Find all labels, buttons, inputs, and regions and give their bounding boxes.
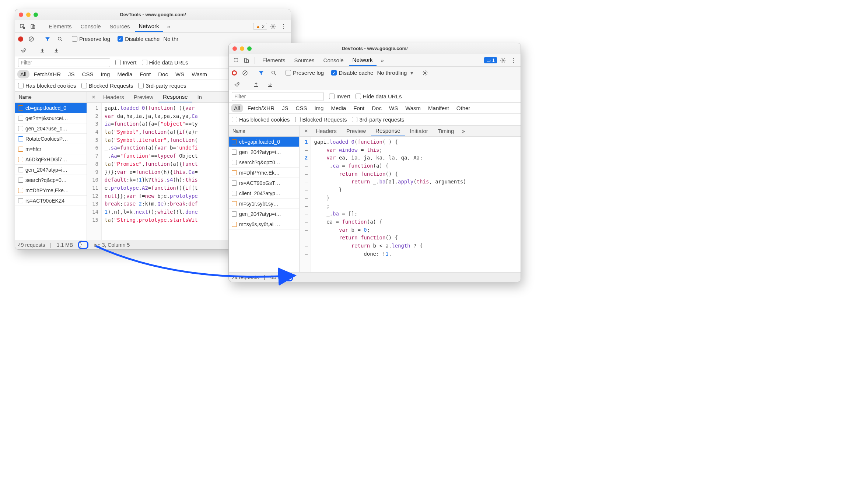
blocked-cookies-checkbox[interactable]: Has blocked cookies bbox=[18, 83, 76, 89]
tab-headers[interactable]: Headers bbox=[311, 126, 341, 136]
filter-icon[interactable] bbox=[43, 35, 52, 43]
type-pill-fetchxhr[interactable]: Fetch/XHR bbox=[245, 104, 277, 112]
pretty-print-button[interactable]: { } bbox=[283, 273, 293, 281]
type-pill-fetchxhr[interactable]: Fetch/XHR bbox=[31, 70, 64, 78]
tab-network[interactable]: Network bbox=[349, 55, 377, 66]
tab-headers[interactable]: Headers bbox=[99, 92, 129, 102]
request-row[interactable]: gen_204?use_c… bbox=[15, 123, 87, 134]
request-row[interactable]: search?q&cp=0… bbox=[229, 157, 299, 168]
blocked-cookies-checkbox[interactable]: Has blocked cookies bbox=[232, 116, 290, 123]
request-row[interactable]: search?q&cp=0… bbox=[15, 175, 87, 185]
more-tabs-icon[interactable]: » bbox=[378, 56, 387, 65]
disable-cache-checkbox[interactable]: ✓Disable cache bbox=[331, 70, 373, 76]
type-pill-css[interactable]: CSS bbox=[293, 104, 310, 112]
hide-dataurls-checkbox[interactable]: Hide data URLs bbox=[356, 93, 402, 99]
code-viewer[interactable]: 1 – 2 – – – – – – – – – – – – gapi.loade… bbox=[300, 137, 521, 272]
type-pill-wasm[interactable]: Wasm bbox=[189, 70, 210, 78]
clear-icon[interactable] bbox=[241, 69, 249, 77]
minimize-icon[interactable] bbox=[26, 13, 31, 17]
request-row[interactable]: A6DkqFxHDGl7… bbox=[15, 154, 87, 165]
pretty-print-button[interactable]: { } bbox=[78, 241, 88, 249]
tab-network[interactable]: Network bbox=[135, 21, 163, 32]
throttling-label[interactable]: No thr bbox=[163, 36, 178, 42]
network-conditions-icon[interactable] bbox=[232, 80, 241, 89]
request-row[interactable]: rs=ACT90oEKZ4 bbox=[15, 196, 87, 206]
hide-dataurls-checkbox[interactable]: Hide data URLs bbox=[142, 59, 188, 66]
inspect-icon[interactable] bbox=[18, 22, 27, 31]
tab-sources[interactable]: Sources bbox=[291, 55, 318, 66]
upload-icon[interactable] bbox=[38, 46, 47, 55]
type-pill-media[interactable]: Media bbox=[328, 104, 349, 112]
tab-initiator[interactable]: Initiator bbox=[406, 126, 433, 136]
invert-checkbox[interactable]: Invert bbox=[115, 59, 137, 66]
preserve-log-checkbox[interactable]: Preserve log bbox=[72, 36, 110, 42]
tab-timing[interactable]: Timing bbox=[433, 126, 458, 136]
type-pill-img[interactable]: Img bbox=[98, 70, 113, 78]
clear-icon[interactable] bbox=[27, 35, 36, 43]
record-icon[interactable] bbox=[18, 36, 23, 42]
tab-response[interactable]: Response bbox=[371, 126, 405, 136]
name-column-header[interactable]: Name bbox=[15, 92, 87, 103]
inspect-icon[interactable] bbox=[232, 56, 241, 65]
tab-initiator[interactable]: In bbox=[193, 92, 207, 102]
type-pill-wasm[interactable]: Wasm bbox=[402, 104, 424, 112]
type-pill-css[interactable]: CSS bbox=[79, 70, 97, 78]
tab-preview[interactable]: Preview bbox=[129, 92, 158, 102]
download-icon[interactable] bbox=[52, 46, 61, 55]
close-detail-icon[interactable]: × bbox=[302, 127, 311, 135]
type-pill-all[interactable]: All bbox=[231, 104, 243, 112]
preserve-log-checkbox[interactable]: Preserve log bbox=[286, 70, 324, 76]
filter-icon[interactable] bbox=[257, 69, 266, 77]
invert-checkbox[interactable]: Invert bbox=[329, 93, 350, 99]
close-icon[interactable] bbox=[232, 46, 237, 51]
tab-console[interactable]: Console bbox=[77, 21, 105, 32]
tab-elements[interactable]: Elements bbox=[259, 55, 289, 66]
request-row[interactable]: m=sy1r,sybt,sy… bbox=[229, 199, 299, 209]
search-icon[interactable] bbox=[56, 35, 64, 43]
blocked-requests-checkbox[interactable]: Blocked Requests bbox=[81, 83, 133, 89]
type-pill-img[interactable]: Img bbox=[311, 104, 326, 112]
more-tabs-icon[interactable]: » bbox=[459, 127, 468, 136]
gear-icon[interactable] bbox=[421, 69, 430, 77]
type-pill-ws[interactable]: WS bbox=[172, 70, 187, 78]
record-icon[interactable] bbox=[232, 70, 237, 76]
type-pill-js[interactable]: JS bbox=[65, 70, 78, 78]
type-pill-all[interactable]: All bbox=[17, 70, 29, 78]
request-row[interactable]: m=hfcr bbox=[15, 144, 87, 154]
type-pill-other[interactable]: Other bbox=[454, 104, 473, 112]
minimize-icon[interactable] bbox=[240, 46, 244, 51]
close-icon[interactable] bbox=[19, 13, 23, 17]
network-conditions-icon[interactable] bbox=[19, 46, 28, 55]
tab-preview[interactable]: Preview bbox=[342, 126, 370, 136]
zoom-icon[interactable] bbox=[247, 46, 252, 51]
request-row[interactable]: m=DhPYme,Eke… bbox=[15, 185, 87, 196]
request-row[interactable]: cb=gapi.loaded_0 bbox=[229, 137, 299, 147]
type-pill-font[interactable]: Font bbox=[137, 70, 154, 78]
request-row[interactable]: client_204?atyp… bbox=[229, 188, 299, 199]
kebab-icon[interactable]: ⋮ bbox=[279, 22, 288, 31]
blocked-requests-checkbox[interactable]: Blocked Requests bbox=[295, 116, 347, 123]
filter-input[interactable] bbox=[18, 58, 110, 67]
gear-icon[interactable] bbox=[498, 56, 507, 65]
request-row[interactable]: get?rt=j&sourcei… bbox=[15, 113, 87, 123]
type-pill-doc[interactable]: Doc bbox=[155, 70, 171, 78]
type-pill-font[interactable]: Font bbox=[350, 104, 367, 112]
tab-response[interactable]: Response bbox=[158, 92, 192, 102]
upload-icon[interactable] bbox=[252, 80, 260, 89]
device-icon[interactable] bbox=[242, 56, 251, 65]
download-icon[interactable] bbox=[266, 80, 274, 89]
throttling-select[interactable]: No throttling bbox=[377, 70, 407, 76]
type-pill-manifest[interactable]: Manifest bbox=[425, 104, 452, 112]
request-row[interactable]: gen_204?atyp=i… bbox=[15, 165, 87, 175]
type-pill-doc[interactable]: Doc bbox=[369, 104, 385, 112]
type-pill-js[interactable]: JS bbox=[279, 104, 291, 112]
type-pill-ws[interactable]: WS bbox=[386, 104, 401, 112]
request-row[interactable]: rs=ACT90oGsT… bbox=[229, 178, 299, 188]
third-party-checkbox[interactable]: 3rd-party reques bbox=[138, 83, 186, 89]
type-pill-media[interactable]: Media bbox=[114, 70, 135, 78]
tab-console[interactable]: Console bbox=[320, 55, 347, 66]
disable-cache-checkbox[interactable]: ✓Disable cache bbox=[118, 36, 160, 42]
device-icon[interactable] bbox=[28, 22, 37, 31]
name-column-header[interactable]: Name bbox=[229, 126, 299, 137]
third-party-checkbox[interactable]: 3rd-party requests bbox=[352, 116, 404, 123]
